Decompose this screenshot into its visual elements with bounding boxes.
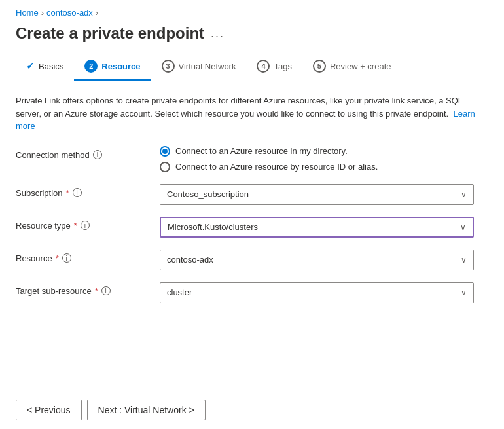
tab-virtual-network[interactable]: 3 Virtual Network xyxy=(151,53,247,81)
tab-tags-circle: 4 xyxy=(257,60,270,73)
tab-review-label: Review + create xyxy=(330,62,391,71)
radio-group: Connect to an Azure resource in my direc… xyxy=(160,146,488,172)
connection-method-info-icon[interactable]: i xyxy=(93,150,102,159)
target-sub-resource-value: cluster xyxy=(167,288,192,297)
resource-type-required: * xyxy=(74,221,77,231)
next-button[interactable]: Next : Virtual Network > xyxy=(87,400,206,420)
resource-value: contoso-adx xyxy=(167,255,213,265)
breadcrumb-home[interactable]: Home xyxy=(16,8,39,18)
resource-type-label: Resource type * i xyxy=(16,217,160,231)
tab-tags[interactable]: 4 Tags xyxy=(246,53,302,81)
resource-label: Resource * i xyxy=(16,250,160,263)
connection-method-options: Connect to an Azure resource in my direc… xyxy=(160,146,488,172)
radio-directory-input[interactable] xyxy=(160,146,170,157)
subscription-row: Subscription * i Contoso_subscription ∨ xyxy=(16,184,488,205)
target-sub-resource-control: cluster ∨ xyxy=(160,282,488,303)
resource-row: Resource * i contoso-adx ∨ xyxy=(16,250,488,270)
subscription-label: Subscription * i xyxy=(16,184,160,198)
content-area: Private Link offers options to create pr… xyxy=(0,81,504,328)
resource-type-value: Microsoft.Kusto/clusters xyxy=(168,222,258,232)
breadcrumb-sep2: › xyxy=(96,8,98,18)
tab-tags-label: Tags xyxy=(274,62,291,71)
info-text: Private Link offers options to create pr… xyxy=(16,94,488,133)
tab-review-create[interactable]: 5 Review + create xyxy=(302,53,402,81)
radio-resource-id[interactable]: Connect to an Azure resource by resource… xyxy=(160,162,488,172)
subscription-control: Contoso_subscription ∨ xyxy=(160,184,488,205)
target-sub-resource-label: Target sub-resource * i xyxy=(16,282,160,296)
target-sub-resource-row: Target sub-resource * i cluster ∨ xyxy=(16,282,488,303)
target-sub-resource-required: * xyxy=(95,286,98,296)
tab-resource[interactable]: 2 Resource xyxy=(74,53,151,81)
subscription-chevron-icon: ∨ xyxy=(461,190,467,199)
resource-required: * xyxy=(56,253,59,263)
tab-resource-label: Resource xyxy=(101,62,140,71)
radio-directory[interactable]: Connect to an Azure resource in my direc… xyxy=(160,146,488,157)
radio-directory-label: Connect to an Azure resource in my direc… xyxy=(175,146,348,156)
target-sub-resource-info-icon[interactable]: i xyxy=(101,286,111,295)
checkmark-icon: ✓ xyxy=(26,60,35,72)
tab-virtual-network-label: Virtual Network xyxy=(179,62,236,71)
subscription-value: Contoso_subscription xyxy=(167,189,249,199)
resource-type-chevron-icon: ∨ xyxy=(460,223,466,232)
subscription-info-icon[interactable]: i xyxy=(73,188,82,197)
page-title-row: Create a private endpoint ... xyxy=(0,22,504,53)
bottom-bar: < Previous Next : Virtual Network > xyxy=(0,390,504,429)
resource-select[interactable]: contoso-adx ∨ xyxy=(160,250,474,270)
tab-resource-circle: 2 xyxy=(84,60,98,73)
subscription-required: * xyxy=(66,188,69,198)
radio-resource-id-label: Connect to an Azure resource by resource… xyxy=(175,162,378,172)
resource-info-icon[interactable]: i xyxy=(62,253,71,263)
connection-method-label: Connection method i xyxy=(16,146,160,160)
tab-review-circle: 5 xyxy=(313,60,326,73)
breadcrumb-parent[interactable]: contoso-adx xyxy=(46,8,93,18)
tab-vnet-circle: 3 xyxy=(162,60,175,73)
resource-type-row: Resource type * i Microsoft.Kusto/cluste… xyxy=(16,217,488,238)
resource-chevron-icon: ∨ xyxy=(461,255,467,265)
target-sub-resource-select[interactable]: cluster ∨ xyxy=(160,282,474,303)
tab-basics-label: Basics xyxy=(39,62,63,71)
subscription-select[interactable]: Contoso_subscription ∨ xyxy=(160,184,474,205)
target-sub-resource-chevron-icon: ∨ xyxy=(461,288,467,297)
breadcrumb-sep1: › xyxy=(41,8,44,18)
previous-button[interactable]: < Previous xyxy=(16,400,82,420)
connection-method-row: Connection method i Connect to an Azure … xyxy=(16,146,488,172)
resource-type-select[interactable]: Microsoft.Kusto/clusters ∨ xyxy=(160,217,474,238)
resource-control: contoso-adx ∨ xyxy=(160,250,488,270)
ellipsis-button[interactable]: ... xyxy=(211,27,225,41)
wizard-tabs: ✓ Basics 2 Resource 3 Virtual Network 4 … xyxy=(0,53,504,81)
page-title: Create a private endpoint xyxy=(16,24,204,43)
breadcrumb: Home › contoso-adx › xyxy=(0,0,504,22)
resource-type-control: Microsoft.Kusto/clusters ∨ xyxy=(160,217,488,238)
resource-type-info-icon[interactable]: i xyxy=(81,221,90,230)
tab-basics[interactable]: ✓ Basics xyxy=(16,54,74,80)
radio-resource-id-input[interactable] xyxy=(160,162,170,172)
